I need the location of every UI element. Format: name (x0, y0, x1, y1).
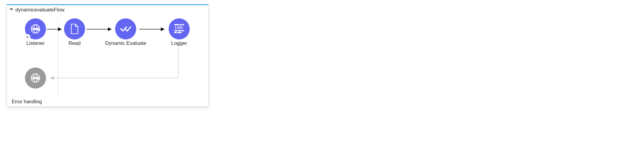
logger-text: LOG (175, 26, 183, 30)
svg-rect-8 (182, 24, 184, 25)
node-read[interactable]: Read (52, 18, 97, 46)
error-handling-header[interactable]: Error handling (7, 98, 208, 106)
evaluate-icon (115, 18, 136, 39)
node-logger[interactable]: LOG Logger (157, 18, 202, 46)
exchange-badge-icon (24, 34, 30, 40)
logger-icon: LOG (169, 18, 190, 39)
node-label: Read (52, 40, 97, 46)
file-icon (64, 18, 85, 39)
flow-card[interactable]: dynamicevaluateFlow (7, 4, 209, 107)
svg-rect-11 (182, 30, 184, 31)
node-listener[interactable]: Listener (13, 18, 58, 46)
node-dynamic-evaluate[interactable]: Dynamic Evaluate (103, 18, 148, 46)
flow-canvas[interactable]: Listener Read Dynamic Evaluate (7, 15, 208, 97)
node-label: Listener (13, 40, 58, 46)
svg-rect-9 (174, 30, 177, 31)
collapse-toggle-icon[interactable] (10, 8, 13, 12)
svg-rect-6 (174, 24, 179, 25)
flow-header[interactable]: dynamicevaluateFlow (7, 5, 208, 14)
node-label: Logger (157, 40, 202, 46)
error-handling-title: Error handling (12, 99, 42, 105)
svg-rect-13 (177, 32, 182, 33)
svg-rect-12 (174, 32, 177, 33)
response-icon (25, 67, 46, 89)
svg-rect-10 (178, 30, 182, 31)
node-label: Dynamic Evaluate (103, 40, 148, 46)
svg-rect-7 (179, 24, 182, 25)
flow-title: dynamicevaluateFlow (15, 7, 64, 13)
node-response[interactable] (13, 67, 58, 89)
listener-icon (25, 18, 46, 39)
